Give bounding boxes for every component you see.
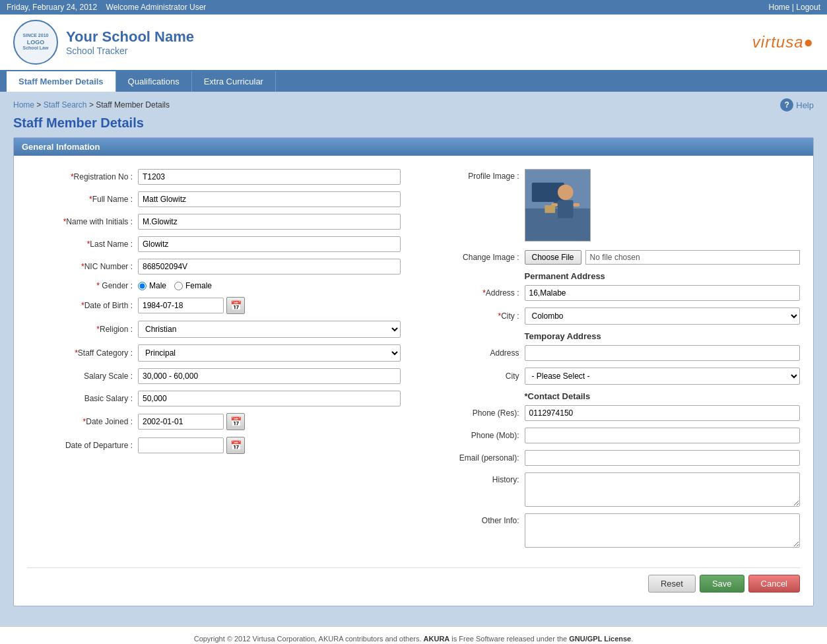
phone-mob-row: Phone (Mob): <box>427 428 801 443</box>
fullname-input[interactable] <box>138 191 401 207</box>
perm-address-row: *Address : <box>427 285 801 301</box>
phone-mob-input[interactable] <box>525 428 801 443</box>
dob-date-group: 📅 <box>138 297 245 314</box>
logout-link[interactable]: Logout <box>796 3 820 12</box>
profile-image <box>525 169 591 242</box>
phone-res-row: Phone (Res): <box>427 405 801 421</box>
home-link[interactable]: Home <box>768 3 789 12</box>
cancel-button[interactable]: Cancel <box>748 575 800 593</box>
temp-city-select[interactable]: - Please Select - Colombo Kandy Galle <box>525 368 801 385</box>
save-button[interactable]: Save <box>700 575 744 593</box>
temp-address-row: Address <box>427 345 801 361</box>
reset-button[interactable]: Reset <box>648 575 696 593</box>
breadcrumb-staff-search[interactable]: Staff Search <box>44 100 87 110</box>
history-textarea[interactable] <box>525 472 801 507</box>
lastname-row: *Last Name : <box>27 236 401 252</box>
basicsalary-input[interactable] <box>138 391 401 406</box>
nav-staff-member-details[interactable]: Staff Member Details <box>7 71 116 92</box>
breadcrumb-home[interactable]: Home <box>13 100 34 110</box>
school-info: Your School Name School Tracker <box>66 28 194 56</box>
fullname-label: *Full Name : <box>27 195 133 204</box>
virtusa-logo: virtusa● <box>752 33 814 51</box>
gender-female-radio[interactable] <box>174 282 183 290</box>
datejoined-input[interactable] <box>138 414 224 430</box>
dob-input[interactable] <box>138 298 224 313</box>
datejoined-label: *Date Joined : <box>27 417 133 426</box>
temp-city-row: City - Please Select - Colombo Kandy Gal… <box>427 368 801 385</box>
gender-male-label[interactable]: Male <box>138 281 166 290</box>
page-title: Staff Member Details <box>13 115 814 131</box>
footer-text2: is Free Software released under the <box>451 635 567 643</box>
topbar-separator: | <box>792 3 794 12</box>
dateofdeparture-calendar-button[interactable]: 📅 <box>226 437 245 454</box>
form-grid: *Registration No : *Full Name : *Name wi… <box>27 169 800 554</box>
phone-res-input[interactable] <box>525 405 801 421</box>
dateofdeparture-row: Date of Departure : 📅 <box>27 437 401 454</box>
perm-address-label: *Address : <box>427 288 519 298</box>
religion-select[interactable]: Christian Buddhist Hindu Islam Other <box>138 321 401 338</box>
footer-period: . <box>631 635 633 643</box>
temp-address-label: Address <box>427 348 519 358</box>
svg-point-3 <box>558 185 574 201</box>
perm-city-select[interactable]: Colombo Kandy Galle Jaffna Negombo <box>525 307 801 325</box>
email-input[interactable] <box>525 450 801 466</box>
card: General Infomation *Registration No : *F… <box>13 137 814 606</box>
logo: SINCE 2010 LOGO School Law <box>13 20 58 65</box>
dob-calendar-button[interactable]: 📅 <box>226 297 245 314</box>
salaryscale-input[interactable] <box>138 368 401 384</box>
nic-input[interactable] <box>138 259 401 274</box>
temp-city-label: City <box>427 371 519 381</box>
help-button[interactable]: ? Help <box>780 98 814 112</box>
svg-rect-7 <box>573 203 579 207</box>
choose-file-button[interactable]: Choose File <box>525 250 581 265</box>
topbar: Friday, February 24, 2012 Welcome Admini… <box>0 0 827 15</box>
temp-address-input[interactable] <box>525 345 801 361</box>
button-row: Reset Save Cancel <box>27 567 800 593</box>
dob-row: *Date of Birth : 📅 <box>27 297 401 314</box>
breadcrumb: Home > Staff Search > Staff Member Detai… <box>13 100 170 110</box>
religion-row: *Religion : Christian Buddhist Hindu Isl… <box>27 321 401 338</box>
footer-license: GNU/GPL License <box>569 635 631 643</box>
gender-female-label[interactable]: Female <box>174 281 212 290</box>
email-label: Email (personal): <box>427 453 519 463</box>
staffcategory-select[interactable]: Principal Teacher Administrative Support <box>138 344 401 362</box>
lastname-label: *Last Name : <box>27 240 133 249</box>
left-section: *Registration No : *Full Name : *Name wi… <box>27 169 401 554</box>
main-content: Home > Staff Search > Staff Member Detai… <box>0 92 827 620</box>
nav-extra-curricular[interactable]: Extra Curricular <box>192 71 276 92</box>
help-icon: ? <box>780 98 793 112</box>
topbar-links: Home | Logout <box>768 3 820 12</box>
nameinitials-label: *Name with Initials : <box>27 217 133 226</box>
profile-image-label: Profile Image : <box>427 169 519 181</box>
gender-row: * Gender : Male Female <box>27 281 401 290</box>
datejoined-date-group: 📅 <box>138 413 245 430</box>
contact-details-title: *Contact Details <box>525 391 801 401</box>
lastname-input[interactable] <box>138 236 401 252</box>
perm-city-row: *City : Colombo Kandy Galle Jaffna Negom… <box>427 307 801 325</box>
registration-row: *Registration No : <box>27 169 401 185</box>
history-row: History: <box>427 472 801 507</box>
phone-mob-label: Phone (Mob): <box>427 431 519 440</box>
registration-input[interactable] <box>138 169 401 185</box>
otherinfo-label: Other Info: <box>427 513 519 525</box>
topbar-welcome: Welcome Administrator User <box>106 3 207 12</box>
datejoined-row: *Date Joined : 📅 <box>27 413 401 430</box>
right-section: Profile Image : <box>427 169 801 554</box>
change-image-row: Change Image : Choose File No file chose… <box>427 250 801 265</box>
staffcategory-label: *Staff Category : <box>27 348 133 358</box>
staffcategory-row: *Staff Category : Principal Teacher Admi… <box>27 344 401 362</box>
gender-group: Male Female <box>138 281 212 290</box>
dateofdeparture-input[interactable] <box>138 437 224 453</box>
svg-rect-8 <box>545 205 555 213</box>
datejoined-calendar-button[interactable]: 📅 <box>226 413 245 430</box>
change-image-label: Change Image : <box>427 253 519 262</box>
nav-qualifications[interactable]: Qualifications <box>116 71 192 92</box>
otherinfo-textarea[interactable] <box>525 513 801 548</box>
nameinitials-input[interactable] <box>138 214 401 230</box>
nic-label: *NIC Number : <box>27 262 133 271</box>
file-chosen-text: No file chosen <box>585 250 800 265</box>
topbar-date-welcome: Friday, February 24, 2012 Welcome Admini… <box>7 3 206 12</box>
gender-male-radio[interactable] <box>138 282 147 290</box>
perm-address-input[interactable] <box>525 285 801 301</box>
breadcrumb-bar: Home > Staff Search > Staff Member Detai… <box>13 98 814 112</box>
